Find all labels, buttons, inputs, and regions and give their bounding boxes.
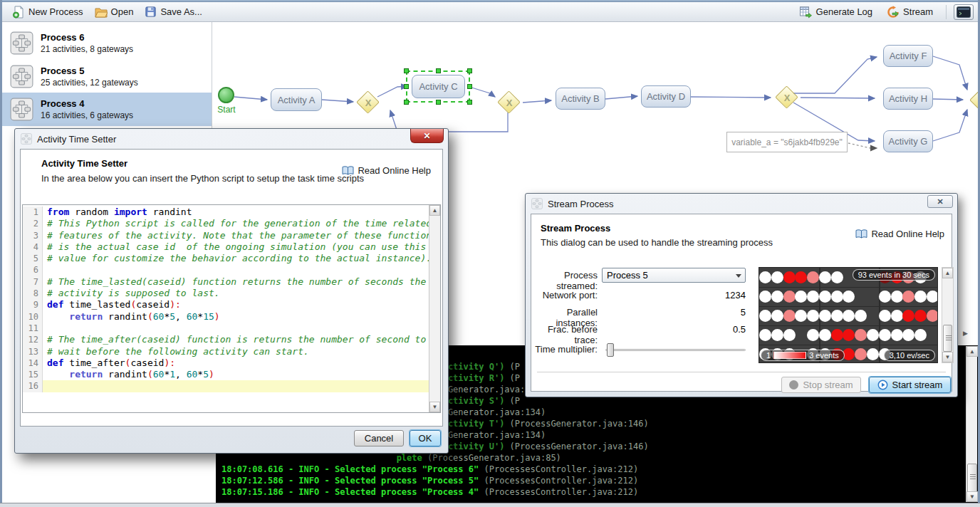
- canvas-scroll-right-icon[interactable]: ▶: [963, 330, 968, 337]
- process-list-item[interactable]: Process 525 activities, 12 gateways: [2, 60, 212, 93]
- scroll-up-icon[interactable]: ▲: [966, 346, 978, 357]
- code-row: 1from random import randint: [23, 207, 429, 218]
- code-line[interactable]: # The time_lasted(caseid) function retur…: [43, 276, 429, 288]
- generate-log-button[interactable]: Generate Log: [793, 4, 879, 21]
- scroll-up-icon[interactable]: ▲: [429, 205, 440, 216]
- start-event-node[interactable]: [218, 87, 234, 103]
- gateway-node-1[interactable]: X: [356, 90, 380, 115]
- code-line[interactable]: # The time_after(caseid) function is ret…: [43, 334, 429, 345]
- event-dot-cell: [867, 306, 879, 325]
- process-thumbnail-icon: [10, 98, 33, 121]
- process-list-item[interactable]: Process 416 activities, 6 gateways: [2, 93, 212, 126]
- stream-close-button[interactable]: ✕: [927, 195, 953, 208]
- start-event-circle: [218, 87, 234, 103]
- activity-node-c[interactable]: Activity C: [412, 75, 465, 98]
- selection-handle[interactable]: [436, 68, 441, 73]
- process-list-item[interactable]: Process 621 activities, 8 gateways: [2, 26, 212, 60]
- scroll-down-icon[interactable]: ▼: [942, 352, 953, 362]
- time-multiplier-slider-thumb[interactable]: [607, 343, 614, 357]
- frac-before-trace-value[interactable]: 0.5: [674, 324, 746, 335]
- parallel-instances-value[interactable]: 5: [674, 307, 746, 318]
- activity-node-g[interactable]: Activity G: [883, 130, 933, 152]
- code-line[interactable]: # is the actual case id of the ongoing s…: [43, 241, 429, 253]
- activity-node-f[interactable]: Activity F: [883, 45, 933, 67]
- code-line[interactable]: from random import randint: [43, 207, 429, 218]
- code-line[interactable]: # wait before the following activity can…: [43, 346, 429, 357]
- stop-stream-button[interactable]: Stop stream: [781, 377, 861, 393]
- new-process-button[interactable]: New Process: [6, 4, 89, 21]
- python-code-editor[interactable]: 1from random import randint2# This Pytho…: [22, 204, 441, 413]
- process-streamed-select[interactable]: Process 5: [602, 268, 746, 283]
- ats-close-button[interactable]: ✕: [410, 129, 444, 143]
- time-multiplier-slider[interactable]: [605, 349, 746, 351]
- activity-node-b[interactable]: Activity B: [556, 88, 605, 110]
- toggle-console-button[interactable]: [954, 4, 974, 20]
- cancel-button[interactable]: Cancel: [354, 430, 404, 446]
- code-token: random: [69, 207, 114, 217]
- selection-handle[interactable]: [467, 68, 472, 73]
- code-line[interactable]: [43, 323, 429, 334]
- activity-node-h[interactable]: Activity H: [883, 88, 933, 110]
- event-dot-cell: [759, 287, 771, 306]
- code-line[interactable]: def time_after(caseid):: [43, 357, 429, 369]
- code-line[interactable]: def time_lasted(caseid):: [43, 299, 429, 310]
- event-dot-cell: [855, 306, 867, 325]
- code-line[interactable]: [43, 380, 429, 392]
- code-line[interactable]: return randint(60*1, 60*5): [43, 369, 429, 380]
- stream-dialog-titlebar[interactable]: Stream Process: [531, 198, 613, 209]
- selection-handle[interactable]: [467, 84, 472, 89]
- scroll-down-icon[interactable]: ▼: [966, 491, 978, 502]
- ok-button[interactable]: OK: [410, 430, 441, 446]
- scroll-down-icon[interactable]: ▼: [429, 402, 440, 412]
- code-row: 6: [23, 264, 429, 276]
- variable-annotation[interactable]: variable_a = "s6jakb4fb929e": [726, 132, 848, 152]
- selection-handle[interactable]: [467, 100, 472, 105]
- event-dot: [759, 329, 771, 341]
- viz-scrollbar[interactable]: ▲ ▼: [942, 267, 954, 363]
- code-line[interactable]: return randint(60*5, 60*15): [43, 311, 429, 323]
- gateway-node-3[interactable]: X: [775, 85, 799, 110]
- code-row: 15 return randint(60*1, 60*5): [23, 369, 429, 380]
- code-token: # is the actual case id of the ongoing s…: [47, 241, 426, 252]
- event-dot: [831, 271, 843, 283]
- stream-help-link[interactable]: Read Online Help: [855, 229, 944, 239]
- event-dot: [867, 329, 879, 341]
- event-dot: [819, 329, 831, 341]
- editor-scrollbar[interactable]: ▲ ▼: [429, 205, 440, 412]
- console-text: (P: [510, 373, 520, 383]
- code-line[interactable]: [43, 264, 429, 276]
- code-lines[interactable]: 1from random import randint2# This Pytho…: [23, 205, 429, 412]
- selection-handle[interactable]: [404, 84, 409, 89]
- ats-help-link[interactable]: Read Online Help: [342, 165, 431, 176]
- start-stream-button[interactable]: Start stream: [869, 377, 951, 393]
- event-dot: [771, 291, 783, 303]
- code-line[interactable]: # features of the activity. Note that th…: [43, 230, 429, 241]
- code-line[interactable]: # value for customize the behavior accor…: [43, 253, 429, 264]
- selection-handle[interactable]: [436, 100, 441, 105]
- code-line[interactable]: # activity is supposed to last.: [43, 288, 429, 299]
- code-token: return: [69, 311, 103, 322]
- selection-handle[interactable]: [404, 68, 409, 73]
- ats-dialog-titlebar[interactable]: Activity Time Setter: [21, 133, 116, 145]
- gateway-node-2[interactable]: X: [497, 90, 521, 115]
- code-token: 15: [203, 311, 214, 322]
- selection-handle[interactable]: [404, 100, 409, 105]
- console-scrollbar[interactable]: ▲ ▼: [966, 346, 977, 502]
- stream-dialog-title: Stream Process: [548, 199, 613, 209]
- code-row: 16: [23, 380, 429, 392]
- code-token: # activity is supposed to last.: [47, 288, 220, 298]
- console-text: plete: [397, 453, 427, 463]
- line-number: 13: [23, 346, 43, 357]
- activity-node-d[interactable]: Activity D: [641, 85, 691, 108]
- scroll-up-icon[interactable]: ▲: [942, 268, 953, 278]
- events-legend: 1 3 events: [761, 350, 845, 361]
- event-dot-cell: [843, 287, 855, 306]
- code-line[interactable]: # This Python script is called for the g…: [43, 218, 429, 229]
- console-scroll-thumb[interactable]: [967, 464, 977, 493]
- open-button[interactable]: Open: [89, 4, 140, 20]
- save-as-button[interactable]: Save As...: [139, 4, 208, 20]
- viz-scroll-thumb[interactable]: [943, 325, 952, 352]
- stream-button[interactable]: Stream: [881, 4, 939, 21]
- activity-node-a[interactable]: Activity A: [271, 88, 322, 111]
- network-port-value[interactable]: 1234: [674, 290, 746, 300]
